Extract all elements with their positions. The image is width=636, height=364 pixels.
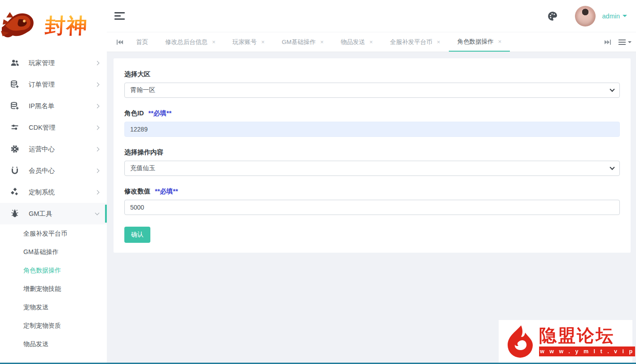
watermark-banner: 隐盟论坛 w w w . y m l t . v i p (499, 320, 632, 363)
field-label: 选择大区 (124, 70, 620, 79)
watermark-text: 隐盟论坛 w w w . y m l t . v i p (539, 326, 635, 357)
sidebar-item-label: 定制系统 (29, 188, 96, 197)
field-label: 选择操作内容 (124, 148, 620, 157)
sidebar-item-member-center[interactable]: 会员中心 (0, 160, 107, 181)
flame-logo-icon (504, 325, 535, 359)
confirm-button[interactable]: 确认 (124, 227, 150, 243)
tab-label: GM基础操作 (282, 38, 316, 46)
sidebar-item-label: 玩家管理 (29, 59, 96, 67)
submenu-item-character-data-ops[interactable]: 角色数据操作 (0, 261, 107, 280)
label-text: 选择大区 (124, 70, 150, 78)
sidebar-item-custom-system[interactable]: 定制系统 (0, 181, 107, 203)
watermark-title: 隐盟论坛 (539, 326, 635, 346)
sidebar-item-player-management[interactable]: 玩家管理 (0, 52, 107, 74)
chevron-right-icon (95, 82, 100, 87)
field-label: 角色ID **必填** (124, 109, 620, 118)
form-card: 选择大区 霄翰一区 角色ID **必填** 选择 (114, 58, 631, 253)
sidebar-item-label: 会员中心 (29, 167, 96, 175)
submenu-item-pet-aptitude[interactable]: 定制宠物资质 (0, 316, 107, 335)
tab-label: 修改总后台信息 (165, 38, 208, 46)
theme-palette-icon[interactable] (547, 11, 558, 22)
tab-edit-admin-info[interactable]: 修改总后台信息 × (157, 32, 224, 52)
main-area: admin 首页 修改总后台信息 × 玩家账号 × (107, 0, 636, 364)
close-icon[interactable]: × (498, 39, 502, 44)
database-plus-icon (10, 101, 20, 111)
tab-label: 首页 (136, 38, 148, 46)
tab-home[interactable]: 首页 (127, 32, 157, 52)
required-hint: **必填** (155, 188, 178, 195)
sidebar-item-cdk-management[interactable]: CDK管理 (0, 117, 107, 138)
field-character-id: 角色ID **必填** (124, 109, 620, 137)
field-modify-value: 修改数值 **必填** (124, 187, 620, 215)
server-zone-select[interactable]: 霄翰一区 (124, 83, 620, 98)
caret-down-icon (623, 15, 627, 17)
watermark-url: w w w . y m l t . v i p (539, 346, 635, 356)
operation-type-select[interactable]: 充值仙玉 (124, 161, 620, 176)
chevron-right-icon (95, 125, 100, 130)
chevron-right-icon (95, 190, 100, 194)
field-operation-type: 选择操作内容 充值仙玉 (124, 148, 620, 176)
sidebar-item-label: IP黑名单 (29, 102, 96, 110)
tab-gm-basic-ops[interactable]: GM基础操作 × (273, 32, 332, 52)
gm-tools-submenu: 全服补发平台币 GM基础操作 角色数据操作 增删宠物技能 宠物发送 定制宠物资质… (0, 224, 107, 353)
tab-label: 角色数据操作 (457, 38, 494, 46)
tab-player-account[interactable]: 玩家账号 × (224, 32, 273, 52)
sidebar-item-ip-blacklist[interactable]: IP黑名单 (0, 95, 107, 117)
magnet-icon (10, 166, 20, 175)
modify-value-input[interactable] (124, 200, 620, 215)
tab-scroll-right-icon[interactable] (600, 32, 615, 52)
chevron-down-icon (610, 87, 614, 92)
sidebar-item-label: 订单管理 (29, 80, 96, 89)
topbar-right: admin (547, 6, 627, 26)
logo-text: 封神 (44, 12, 88, 40)
list-icon (618, 39, 626, 45)
topbar: admin (107, 0, 636, 32)
sidebar: 封神 玩家管理 订单管理 IP黑名单 (0, 0, 107, 364)
submenu-item-item-send[interactable]: 物品发送 (0, 335, 107, 353)
sidebar-menu: 玩家管理 订单管理 IP黑名单 C (0, 52, 107, 364)
user-menu[interactable]: admin (602, 13, 627, 20)
tab-scroll-left-icon[interactable] (112, 32, 127, 52)
username: admin (602, 13, 620, 20)
close-icon[interactable]: × (212, 39, 216, 45)
sidebar-toggle-icon[interactable] (114, 12, 125, 20)
app-root: 封神 玩家管理 订单管理 IP黑名单 (0, 0, 636, 364)
sidebar-item-order-management[interactable]: 订单管理 (0, 74, 107, 95)
sidebar-item-label: CDK管理 (29, 123, 96, 132)
close-icon[interactable]: × (437, 39, 440, 45)
submenu-item-pet-send[interactable]: 宠物发送 (0, 298, 107, 316)
submenu-item-pet-skill-edit[interactable]: 增删宠物技能 (0, 280, 107, 298)
chevron-right-icon (95, 104, 100, 108)
app-logo: 封神 (0, 0, 107, 52)
bug-icon (10, 209, 20, 219)
submenu-item-platform-coin-reissue[interactable]: 全服补发平台币 (0, 224, 107, 243)
tab-character-data-ops[interactable]: 角色数据操作 × (449, 32, 510, 52)
close-icon[interactable]: × (369, 39, 373, 45)
tab-label: 物品发送 (341, 38, 365, 46)
select-value: 充值仙玉 (130, 164, 155, 172)
character-id-input[interactable] (124, 122, 620, 137)
submenu-item-gm-basic-ops[interactable]: GM基础操作 (0, 243, 107, 261)
caret-down-icon (628, 41, 632, 43)
tab-item-send[interactable]: 物品发送 × (332, 32, 382, 52)
sidebar-item-gm-tools[interactable]: GM工具 (0, 203, 107, 224)
database-plus-icon (10, 79, 20, 89)
sidebar-item-label: 运营中心 (29, 145, 96, 153)
close-icon[interactable]: × (320, 39, 324, 45)
gear-icon (10, 144, 20, 154)
content-area: 选择大区 霄翰一区 角色ID **必填** 选择 (107, 52, 636, 364)
field-server-zone: 选择大区 霄翰一区 (124, 70, 620, 98)
tab-platform-coin-reissue[interactable]: 全服补发平台币 × (382, 32, 449, 52)
chevron-down-icon (610, 165, 614, 170)
tab-label: 玩家账号 (232, 38, 257, 46)
label-text: 修改数值 (124, 188, 150, 195)
sidebar-item-operations-center[interactable]: 运营中心 (0, 138, 107, 160)
select-value: 霄翰一区 (130, 86, 155, 94)
tab-options-menu[interactable] (618, 32, 632, 52)
sliders-icon (10, 123, 20, 132)
chevron-down-icon (95, 211, 100, 215)
avatar[interactable] (575, 6, 596, 26)
users-icon (10, 58, 20, 68)
shapes-icon (10, 187, 20, 197)
close-icon[interactable]: × (261, 39, 265, 45)
